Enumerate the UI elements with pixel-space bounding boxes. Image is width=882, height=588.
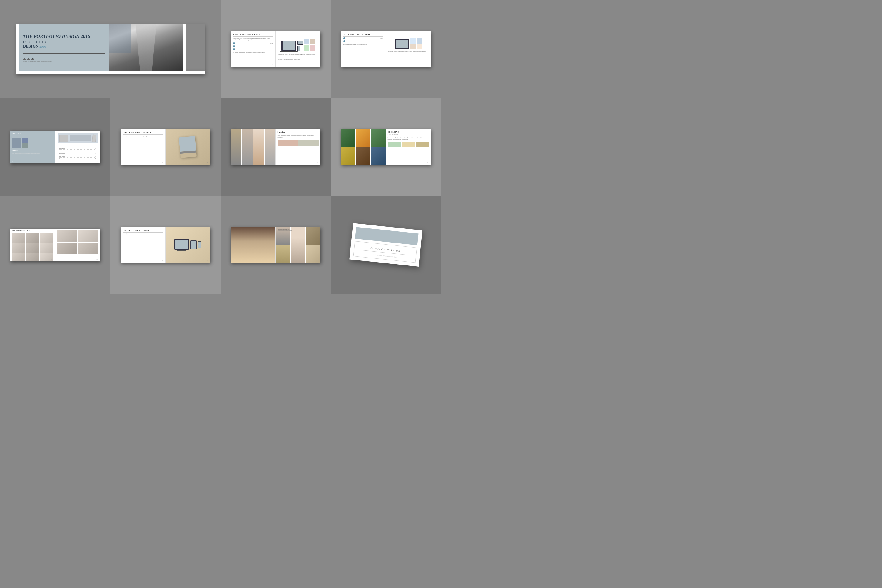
monitor-device	[174, 239, 189, 250]
tech-desc-right: Lorem ipsum dolor sit amet consectetur a…	[278, 54, 318, 57]
wedding-photo-4	[276, 245, 291, 262]
monitor-screen	[175, 240, 189, 249]
stationery-right-grid	[57, 230, 99, 254]
cover-divider	[23, 53, 105, 54]
flow-area: Step One Step Two Step Three	[233, 42, 273, 50]
fashion-photo-2	[242, 129, 252, 165]
flow-node-b: Process B	[344, 40, 383, 42]
print-divider	[123, 134, 163, 135]
photo-grid-2	[410, 38, 422, 50]
fashion-photos-grid	[231, 129, 276, 165]
print-left-page: CREATIVE PRINT DESIGN Lorem ipsum dolor …	[120, 129, 165, 165]
toc-label-2: Portfolio	[59, 150, 63, 152]
web-design-spread: CREATIVE WEB DESIGN Lorem ipsum dolor si…	[120, 227, 210, 262]
tech-spread-2: YOUR BEST TITLE HERE Process A Process B	[341, 32, 431, 67]
web-open-book: CREATIVE WEB DESIGN Lorem ipsum dolor si…	[120, 227, 210, 262]
flow-dot-b	[344, 40, 345, 42]
divider-1	[233, 36, 273, 37]
flow-diagram: Step One Step Two Step Three	[233, 42, 273, 50]
tech-desc-2: Ut enim ad minim veniam quis nostrud exe…	[388, 51, 429, 52]
web-tablet	[190, 240, 196, 249]
divider-2	[344, 36, 383, 37]
fashion-thumbs	[278, 140, 319, 146]
fashion-thumb-1	[278, 140, 298, 146]
stat-photo-5	[26, 243, 39, 253]
toc-header-photo	[59, 135, 68, 142]
small-devices	[297, 40, 303, 51]
stationery-right-page: 13	[55, 229, 100, 261]
toc-item-5: Contact 09	[59, 158, 96, 160]
toc-item-1: Introduction 01	[59, 148, 96, 150]
flow-label-a: Process A	[380, 38, 383, 39]
toc-item-3: Photography 05	[59, 153, 96, 155]
nature-left-page	[341, 129, 386, 165]
toc-title: TABLE OF CONTENT	[59, 145, 96, 147]
toc-page-1: 01	[94, 148, 96, 149]
icon-camera: 📷	[27, 57, 30, 60]
flow-dot-3	[233, 48, 235, 50]
cell-nature: CREATIVE PHOTOGRAPHY Lorem ipsum dolor s…	[331, 98, 441, 196]
stat-divider	[12, 232, 54, 233]
wedding-spread: WEDDING PHOTOGRAPHY Lorem ipsum dolor si…	[231, 227, 321, 262]
print-right-page: 9	[165, 129, 210, 165]
cell-fashion: Fashion Lorem ipsum dolor sit amet conse…	[220, 98, 331, 196]
cell-cover: THE PORTFOLIO DESIGN 2016 PORTFOLIO DESI…	[0, 0, 220, 98]
cover-portfolio-text: PORTFOLIO	[23, 40, 47, 44]
photo-thumb-3	[304, 45, 309, 51]
toc-page-2: 03	[94, 150, 96, 152]
wedding-photos-grid	[276, 227, 321, 262]
print-open-book: CREATIVE PRINT DESIGN Lorem ipsum dolor …	[120, 129, 210, 165]
cell-print-design: CREATIVE PRINT DESIGN Lorem ipsum dolor …	[110, 98, 220, 196]
cover-right-photo	[109, 24, 183, 72]
fashion-divider	[278, 134, 319, 134]
nature-photo-2	[356, 129, 370, 147]
photo-t1	[410, 38, 416, 44]
contact-inner-border: CONTACT WITH US Lorem ipsum dolor sit am…	[353, 241, 417, 263]
web-right-page: 15	[165, 227, 210, 262]
laptop-screen-2	[396, 40, 408, 48]
web-phone-screen	[198, 242, 201, 248]
phone-screen	[297, 46, 300, 51]
cell-stationery: WEB PRINT TITLE HERE 12	[0, 196, 110, 294]
fashion-left-page	[231, 129, 276, 165]
photo-thumb-2	[310, 39, 315, 44]
print-right-page-num: 9	[207, 162, 208, 164]
nature-spread: CREATIVE PHOTOGRAPHY Lorem ipsum dolor s…	[341, 129, 431, 165]
nature-photo-1	[341, 129, 356, 147]
flow-line-a	[346, 38, 379, 38]
web-phone	[198, 242, 201, 248]
flow-label-b: Process B	[380, 40, 383, 42]
nature-thumb-3	[416, 142, 429, 147]
icon-envelope: ✉	[23, 57, 26, 60]
about-photos-row	[12, 138, 53, 148]
contact-book: CONTACT WITH US Lorem ipsum dolor sit am…	[349, 223, 423, 267]
fashion-spread: Fashion Lorem ipsum dolor sit amet conse…	[231, 129, 321, 165]
about-photo-sm-1	[22, 138, 28, 142]
toc-label-1: Introduction	[59, 148, 65, 149]
portfolio-grid: THE PORTFOLIO DESIGN 2016 PORTFOLIO DESI…	[0, 0, 441, 294]
flow-dot-a	[344, 38, 345, 39]
stationery-left-page: WEB PRINT TITLE HERE 12	[10, 229, 55, 261]
toc-page-5: 09	[94, 158, 96, 160]
tech-desc-left: Ut enim ad minim veniam quis nostrud exe…	[233, 51, 273, 53]
about-left-page: ABOUT ME MY NAME Lorem ipsum dolor sit a…	[10, 131, 55, 163]
contact-title: CONTACT WITH US	[370, 247, 400, 253]
toc-label-3: Photography	[59, 153, 65, 154]
about-bio: Lorem ipsum dolor sit amet consectetur a…	[12, 153, 53, 154]
flow-dot-2	[233, 45, 235, 47]
page-num-3: 4	[383, 64, 383, 66]
stationery-photos-grid	[12, 233, 54, 261]
stat-right-1	[57, 230, 77, 242]
cover-title: THE PORTFOLIO DESIGN 2016 PORTFOLIO DESI…	[23, 33, 105, 49]
tech-desc-right-2: Ut labore et dolore magna aliqua enim ve…	[278, 58, 318, 60]
laptop-device	[281, 40, 296, 51]
page-num-4: 5	[428, 64, 428, 66]
nature-subtitle: PHOTOGRAPHY	[388, 134, 429, 135]
stat-right-2	[78, 230, 99, 242]
print-spread: CREATIVE PRINT DESIGN Lorem ipsum dolor …	[120, 129, 210, 165]
nature-right-page: CREATIVE PHOTOGRAPHY Lorem ipsum dolor s…	[386, 129, 431, 165]
fashion-photo-1	[231, 129, 242, 165]
cover-design-text: DESIGN	[23, 44, 39, 48]
flow-dot-1	[233, 42, 235, 44]
tech-right-page: Lorem ipsum dolor sit amet consectetur a…	[276, 32, 321, 67]
